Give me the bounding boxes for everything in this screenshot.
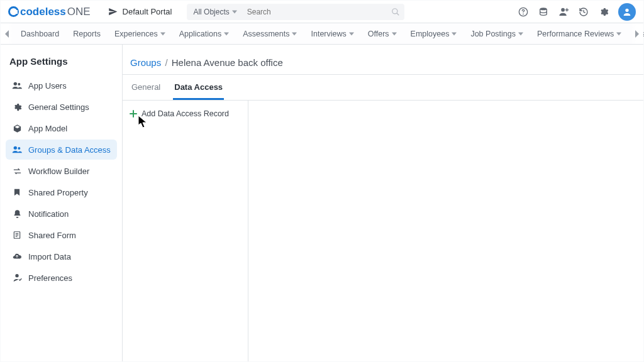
svg-point-3: [523, 13, 524, 14]
sidebar-item-label: General Settings: [28, 102, 89, 112]
tab-data-access[interactable]: Data Access: [173, 75, 224, 100]
sidebar-item-notification[interactable]: Notification: [6, 204, 117, 224]
search-box: All Objects: [187, 4, 404, 20]
caret-down-icon: [160, 31, 165, 36]
gear-icon: [599, 7, 609, 17]
tab-general[interactable]: General: [130, 75, 162, 100]
history-icon: [579, 7, 589, 17]
search-input[interactable]: [242, 4, 387, 20]
caret-down-icon: [292, 31, 297, 36]
breadcrumb-current: Helena Avenue back office: [172, 57, 283, 68]
send-icon: [108, 7, 118, 16]
nav-scroll-left[interactable]: [1, 23, 13, 44]
search-icon: [391, 8, 400, 16]
add-user-button[interactable]: [558, 6, 569, 18]
user-plus-icon: [558, 6, 569, 17]
svg-point-10: [18, 147, 20, 150]
search-filter-label: All Objects: [193, 8, 229, 16]
breadcrumb: Groups / Helena Avenue back office: [123, 48, 643, 74]
add-record-label: Add Data Access Record: [142, 109, 229, 118]
caret-down-icon: [452, 31, 457, 36]
sidebar-item-app-users[interactable]: App Users: [6, 75, 117, 96]
nav-item-applications[interactable]: Applications: [175, 27, 233, 41]
svg-line-1: [396, 13, 399, 15]
sidebar-item-shared-form[interactable]: Shared Form: [6, 225, 117, 245]
brand-logo[interactable]: codelessONE: [8, 6, 91, 18]
svg-point-5: [561, 8, 565, 12]
sidebar: App Settings App Users General Settings …: [1, 45, 123, 361]
brand-bold: codeless: [20, 6, 66, 18]
avatar-button[interactable]: [618, 3, 636, 21]
sidebar-item-label: Import Data: [28, 252, 71, 261]
chevron-left-icon: [4, 30, 9, 38]
nav-item-assessments[interactable]: Assessments: [239, 27, 301, 41]
portal-name: Default Portal: [123, 7, 172, 16]
nav-item-offers[interactable]: Offers: [364, 27, 401, 41]
gear-icon: [12, 102, 22, 112]
sidebar-item-preferences[interactable]: Preferences: [6, 268, 117, 288]
panel-right-column: [248, 101, 643, 361]
sidebar-item-label: Preferences: [28, 273, 72, 283]
users-icon: [12, 80, 22, 90]
svg-point-9: [14, 146, 17, 150]
cube-icon: [12, 123, 22, 133]
sidebar-item-general-settings[interactable]: General Settings: [6, 97, 117, 117]
sidebar-item-label: Workflow Builder: [28, 167, 89, 176]
breadcrumb-separator: /: [165, 57, 167, 68]
swap-icon: [12, 166, 22, 176]
sidebar-item-label: Groups & Data Access: [28, 145, 111, 155]
plus-icon: [129, 109, 138, 118]
bell-icon: [12, 209, 22, 219]
help-button[interactable]: [518, 6, 529, 18]
portal-selector[interactable]: Default Portal: [108, 7, 172, 16]
bookmark-icon: [12, 187, 22, 197]
caret-down-icon: [232, 9, 237, 14]
svg-point-4: [540, 8, 547, 10]
svg-point-8: [18, 83, 20, 85]
panel: Add Data Access Record: [123, 101, 643, 361]
sidebar-item-app-model[interactable]: App Model: [6, 118, 117, 138]
settings-button[interactable]: [598, 6, 609, 18]
nav-item-dashboard[interactable]: Dashboard: [17, 27, 63, 41]
nav-item-performance-reviews[interactable]: Performance Reviews: [533, 27, 625, 41]
chevron-right-icon: [635, 30, 640, 38]
nav-scroll-right[interactable]: [631, 23, 643, 44]
panel-left-column: Add Data Access Record: [123, 101, 248, 361]
svg-point-7: [14, 82, 17, 85]
breadcrumb-root-link[interactable]: Groups: [130, 57, 161, 68]
help-icon: [518, 7, 528, 17]
preferences-icon: [12, 273, 22, 283]
svg-point-15: [15, 274, 18, 277]
sidebar-item-label: Shared Form: [28, 231, 76, 240]
add-data-access-record-button[interactable]: Add Data Access Record: [129, 109, 242, 118]
cloud-upload-icon: [12, 251, 22, 261]
nav-item-job-postings[interactable]: Job Postings: [467, 27, 527, 41]
search-button[interactable]: [387, 4, 404, 20]
sidebar-item-import-data[interactable]: Import Data: [6, 246, 117, 266]
caret-down-icon: [616, 31, 621, 36]
sidebar-item-label: App Model: [28, 124, 67, 133]
form-icon: [12, 230, 22, 240]
main-nav: Dashboard Reports Experiences Applicatio…: [1, 23, 643, 45]
group-icon: [12, 145, 22, 155]
database-button[interactable]: [538, 6, 549, 18]
sidebar-item-label: App Users: [28, 81, 67, 90]
sidebar-item-shared-property[interactable]: Shared Property: [6, 182, 117, 202]
history-button[interactable]: [578, 6, 589, 18]
svg-point-6: [625, 8, 628, 11]
search-filter-select[interactable]: All Objects: [187, 8, 242, 16]
caret-down-icon: [224, 31, 229, 36]
caret-down-icon: [392, 31, 397, 36]
sidebar-item-groups-data-access[interactable]: Groups & Data Access: [6, 140, 117, 160]
content-area: Groups / Helena Avenue back office Gener…: [123, 45, 643, 361]
nav-item-interviews[interactable]: Interviews: [307, 27, 357, 41]
database-icon: [538, 7, 548, 17]
tabs: General Data Access: [123, 75, 643, 101]
sidebar-item-workflow-builder[interactable]: Workflow Builder: [6, 161, 117, 181]
caret-down-icon: [349, 31, 354, 36]
sidebar-item-label: Notification: [28, 209, 69, 219]
nav-item-experiences[interactable]: Experiences: [111, 27, 169, 41]
sidebar-title: App Settings: [6, 56, 117, 75]
nav-item-reports[interactable]: Reports: [69, 27, 104, 41]
nav-item-employees[interactable]: Employees: [407, 27, 461, 41]
